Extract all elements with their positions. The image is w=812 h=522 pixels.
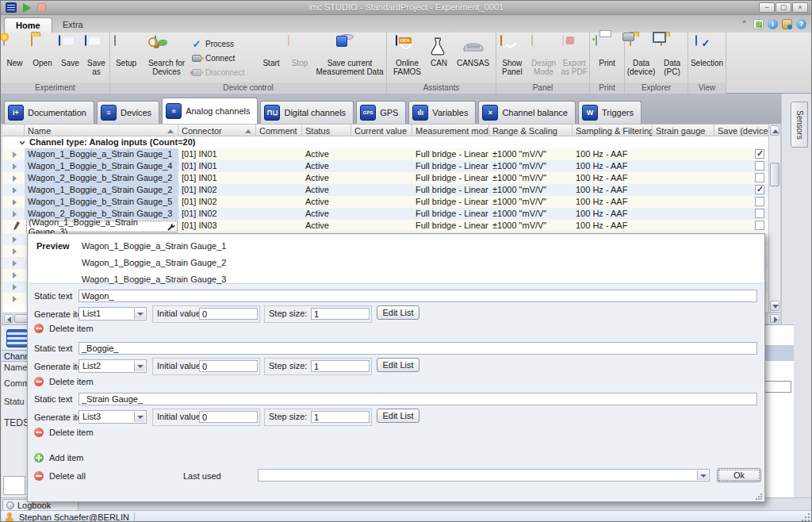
- scroll-thumb[interactable]: [770, 163, 779, 186]
- initial-value-input[interactable]: [199, 308, 258, 320]
- delete-all-icon[interactable]: [34, 471, 44, 481]
- table-row-editing[interactable]: (Wagon_1_Boggie_a_Strain Gauge_3) [01] I…: [2, 220, 768, 233]
- cell-range[interactable]: ±1000 "mV/V": [489, 148, 573, 160]
- sensors-dock-tab[interactable]: Sensors: [791, 102, 808, 148]
- delete-item-button[interactable]: Delete item: [49, 324, 94, 333]
- static-text-input[interactable]: [79, 393, 757, 405]
- header-save-device[interactable]: Save (device): [714, 125, 768, 137]
- table-row[interactable]: Wagon_2_Boggie_b_Strain Gauge_2 [01] IN0…: [2, 172, 768, 184]
- cell-mode[interactable]: Full bridge - Linear: [412, 148, 489, 160]
- minimize-button[interactable]: –: [759, 2, 775, 13]
- ribbon-tab-extra[interactable]: Extra: [52, 17, 94, 33]
- tab-digital-channels[interactable]: ⊓⊔ Digital channels: [260, 101, 354, 124]
- tab-analog-channels[interactable]: ≈ Analog channels: [162, 98, 258, 124]
- cell-status[interactable]: Active: [302, 184, 351, 196]
- delete-item-icon[interactable]: [34, 377, 44, 386]
- window-resize-grip[interactable]: [801, 512, 810, 521]
- channels-panel-icon[interactable]: [6, 329, 28, 347]
- tab-gps[interactable]: GPS GPS: [356, 101, 406, 124]
- cell-name[interactable]: Wagon_1_Boggie_a_Strain Gauge_2: [25, 184, 178, 196]
- export-pdf-button[interactable]: Export as PDF: [559, 34, 589, 83]
- data-pc-button[interactable]: Data (PC): [657, 34, 688, 83]
- save-checkbox[interactable]: [755, 221, 764, 230]
- header-strain-gauge[interactable]: Strain gauge: [653, 125, 714, 137]
- step-size-input[interactable]: [311, 308, 370, 320]
- save-checkbox[interactable]: [755, 173, 764, 182]
- cell-sampling[interactable]: 100 Hz - AAF: [573, 184, 653, 196]
- open-button[interactable]: Open: [29, 34, 57, 83]
- header-status[interactable]: Status: [302, 125, 351, 137]
- header-connector[interactable]: Connector: [178, 125, 256, 137]
- help-icon[interactable]: ?: [796, 19, 806, 29]
- cell-name[interactable]: Wagon_1_Boggie_a_Strain Gauge_1: [25, 148, 178, 160]
- edit-mode-icon[interactable]: [753, 19, 764, 29]
- row-selector[interactable]: [2, 172, 25, 184]
- save-checkbox[interactable]: [755, 197, 764, 206]
- dropdown-arrow-icon[interactable]: [134, 309, 145, 319]
- table-row[interactable]: Wagon_1_Boggie_a_Strain Gauge_2 [01] IN0…: [2, 184, 768, 196]
- save-checkbox[interactable]: [755, 185, 764, 194]
- setup-button[interactable]: Setup: [110, 34, 142, 83]
- list-combobox[interactable]: List1: [79, 307, 147, 320]
- table-row[interactable]: Wagon_1_Boggie_b_Strain Gauge_5 [01] IN0…: [2, 196, 768, 208]
- connect-button[interactable]: Connect: [191, 51, 256, 65]
- show-panel-button[interactable]: Show Panel: [496, 34, 528, 83]
- cell-connector[interactable]: [01] IN01: [178, 172, 256, 184]
- step-size-input[interactable]: [311, 360, 370, 372]
- cell-sampling[interactable]: 100 Hz - AAF: [573, 160, 653, 172]
- static-text-input[interactable]: [79, 342, 757, 355]
- row-selector-edit[interactable]: [2, 220, 25, 232]
- edit-list-button[interactable]: Edit List: [377, 358, 419, 372]
- cell-range[interactable]: ±1000 "mV/V": [489, 208, 573, 220]
- cell-status[interactable]: Active: [302, 160, 351, 172]
- add-item-button[interactable]: Add item: [49, 453, 83, 463]
- cell-mode[interactable]: Full bridge - Linear: [412, 208, 489, 220]
- info-icon[interactable]: i: [768, 19, 778, 29]
- delete-item-icon[interactable]: [34, 428, 44, 437]
- group-row[interactable]: Channel type: Analog inputs (Count=20): [2, 136, 768, 148]
- online-famos-button[interactable]: Online FAMOS: [389, 34, 426, 83]
- static-text-input[interactable]: [79, 290, 757, 302]
- cell-range[interactable]: ±1000 "mV/V": [489, 220, 573, 232]
- can-button[interactable]: CAN: [426, 34, 453, 83]
- cell-status[interactable]: Active: [302, 148, 351, 160]
- start-button[interactable]: Start: [256, 34, 286, 83]
- cell-connector[interactable]: [01] IN02: [178, 196, 256, 208]
- cell-mode[interactable]: Full bridge - Linear: [412, 160, 489, 172]
- cell-status[interactable]: Active: [302, 196, 351, 208]
- last-used-combobox[interactable]: [258, 469, 710, 482]
- delete-item-button[interactable]: Delete item: [49, 428, 94, 437]
- cell-name[interactable]: Wagon_2_Boggie_b_Strain Gauge_2: [25, 172, 178, 184]
- initial-value-input[interactable]: [199, 411, 258, 423]
- collapse-ribbon-icon[interactable]: ⌃: [739, 19, 749, 29]
- header-measurement-mode[interactable]: Measurement mode: [412, 125, 489, 137]
- dialog-resize-grip[interactable]: [755, 492, 763, 500]
- new-button[interactable]: New: [2, 34, 29, 83]
- cell-sampling[interactable]: 100 Hz - AAF: [573, 148, 653, 160]
- row-selector[interactable]: [2, 148, 25, 160]
- cell-sampling[interactable]: 100 Hz - AAF: [573, 220, 653, 232]
- cell-sampling[interactable]: 100 Hz - AAF: [573, 196, 653, 208]
- cell-sampling[interactable]: 100 Hz - AAF: [573, 208, 653, 220]
- scroll-up-button[interactable]: [770, 125, 779, 136]
- edit-list-button[interactable]: Edit List: [377, 409, 419, 423]
- cell-range[interactable]: ±1000 "mV/V": [489, 184, 573, 196]
- delete-item-icon[interactable]: [34, 324, 44, 333]
- design-mode-button[interactable]: Design Mode: [528, 34, 560, 83]
- wrench-icon[interactable]: [167, 222, 175, 232]
- header-current-value[interactable]: Current value: [351, 125, 412, 137]
- tab-triggers[interactable]: W Triggers: [578, 101, 642, 124]
- cansas-button[interactable]: CANSAS: [453, 34, 494, 83]
- tab-channel-balance[interactable]: × Channel balance: [478, 101, 576, 124]
- panel-tab-channels[interactable]: Chann: [2, 350, 29, 362]
- dropdown-arrow-icon[interactable]: [134, 361, 145, 371]
- cell-connector[interactable]: [01] IN02: [178, 208, 256, 220]
- cell-status[interactable]: Active: [302, 172, 351, 184]
- tab-devices[interactable]: ≡ Devices: [97, 101, 159, 124]
- print-button[interactable]: Print: [592, 34, 623, 83]
- cell-mode[interactable]: Full bridge - Linear: [412, 220, 489, 232]
- save-checkbox[interactable]: [755, 161, 764, 171]
- list-combobox[interactable]: List2: [79, 359, 147, 373]
- header-sampling-filtering[interactable]: Sampling & Filtering: [573, 125, 653, 137]
- list-combobox[interactable]: List3: [79, 410, 147, 424]
